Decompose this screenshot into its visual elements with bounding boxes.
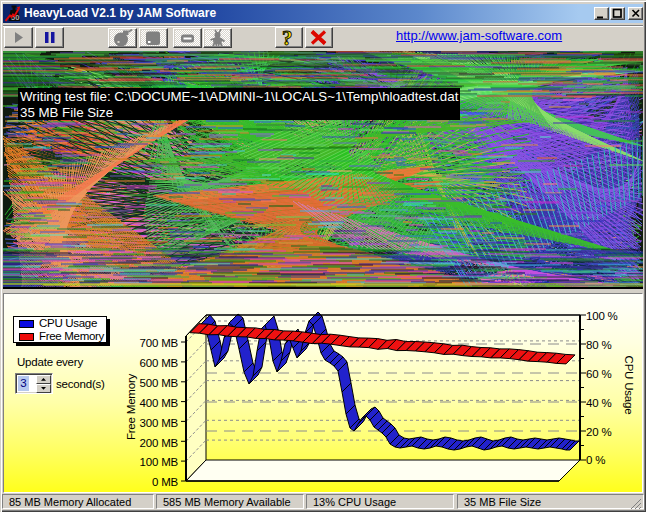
- svg-text:?: ?: [282, 28, 293, 47]
